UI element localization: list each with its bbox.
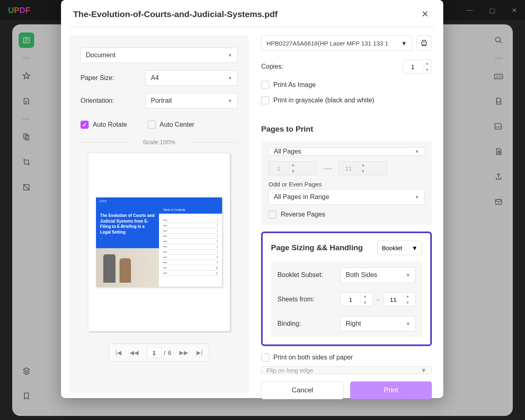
reverse-pages-checkbox[interactable]: Reverse Pages: [268, 210, 425, 219]
printer-value: HPB0227A5A6618(HP Laser MFP 131 133 1: [266, 40, 388, 47]
print-both-sides-checkbox[interactable]: Print on both sides of paper: [261, 353, 432, 362]
dec-button[interactable]: ▼: [361, 299, 369, 306]
checkbox-icon: [81, 121, 89, 129]
sheets-to-input[interactable]: [383, 296, 403, 303]
page-range-value: All Pages: [274, 148, 301, 155]
preview-wrap: UPDF The Evolution of Courts and Judicia…: [81, 153, 237, 385]
range-from-input: [269, 165, 288, 172]
svg-rect-10: [422, 42, 427, 45]
print-as-image-label: Print As Image: [273, 81, 316, 89]
dec-button[interactable]: ▼: [359, 168, 367, 175]
booklet-subset-select[interactable]: Both Sides ▼: [340, 267, 416, 283]
auto-rotate-checkbox[interactable]: Auto Rotate: [81, 121, 127, 129]
inc-button[interactable]: ▲: [359, 162, 367, 168]
last-page-button[interactable]: ▶|: [196, 349, 203, 356]
range-dash: —: [324, 164, 332, 173]
first-page-button[interactable]: |◀: [115, 349, 122, 356]
auto-rotate-label: Auto Rotate: [93, 121, 127, 128]
paper-size-label: Paper Size:: [81, 74, 146, 82]
sheets-from-input[interactable]: [341, 296, 360, 303]
sizing-mode-select[interactable]: Booklet ▼: [377, 240, 422, 255]
checkbox-icon: [261, 96, 269, 104]
caret-icon: ▼: [228, 98, 232, 103]
binding-label: Binding:: [277, 320, 340, 327]
dialog-body: Document ▼ Paper Size: A4 ▼ Orientation:…: [61, 27, 443, 397]
inc-button[interactable]: ▲: [423, 60, 431, 67]
preview-panel: Document ▼ Paper Size: A4 ▼ Orientation:…: [69, 35, 249, 393]
preview-left-page: UPDF The Evolution of Courts and Judicia…: [96, 197, 159, 287]
copies-input[interactable]: [403, 63, 423, 70]
page-sizing-title: Page Sizing && Handling: [271, 243, 363, 252]
preview-right-page: Table of Contents Item1 Item2 Item3 Item…: [159, 197, 222, 287]
sheets-to-spinner[interactable]: ▲▼: [383, 292, 416, 306]
sizing-mode-value: Booklet: [382, 245, 402, 251]
print-mode-value: Document: [86, 52, 115, 59]
checkbox-icon: [261, 81, 269, 89]
copies-label: Copies:: [261, 63, 283, 70]
checkbox-icon: [148, 121, 156, 129]
caret-icon: ▼: [228, 76, 232, 80]
inc-button[interactable]: ▲: [289, 162, 297, 168]
page-input[interactable]: [147, 347, 161, 358]
cancel-button[interactable]: Cancel: [261, 381, 344, 399]
preview-spread: UPDF The Evolution of Courts and Judicia…: [96, 197, 222, 287]
settings-panel: HPB0227A5A6618(HP Laser MFP 131 133 1 ▼ …: [261, 35, 435, 393]
inc-button[interactable]: ▲: [361, 293, 369, 299]
scale-label: Scale:100%: [81, 139, 237, 145]
caret-icon: ▼: [415, 149, 419, 154]
pages-to-print-title: Pages to Print: [261, 125, 432, 134]
range-to-spinner[interactable]: ▲▼: [338, 161, 387, 175]
copies-spinner[interactable]: ▲▼: [403, 60, 432, 74]
dec-button[interactable]: ▼: [403, 299, 412, 306]
flip-value: Flip on long edge: [266, 367, 313, 374]
page-range-select[interactable]: All Pages ▼: [268, 147, 425, 156]
range-tilde: ~: [373, 296, 383, 303]
binding-select[interactable]: Right ▼: [340, 316, 416, 331]
next-page-button[interactable]: ▶▶: [179, 349, 188, 356]
caret-icon: ▼: [412, 245, 418, 251]
print-button[interactable]: Print: [350, 381, 432, 399]
auto-center-checkbox[interactable]: Auto Center: [148, 121, 194, 129]
toc-heading: Table of Contents: [163, 208, 185, 211]
dialog-header: The-Evolution-of-Courts-and-Judicial-Sys…: [61, 0, 443, 27]
paper-size-value: A4: [151, 74, 159, 82]
booklet-subset-value: Both Sides: [346, 271, 377, 279]
caret-icon: ▼: [420, 367, 427, 374]
page-sizing-section: Page Sizing && Handling Booklet ▼ Bookle…: [261, 232, 432, 346]
preview-page: UPDF The Evolution of Courts and Judicia…: [88, 153, 230, 331]
dec-button[interactable]: ▼: [289, 168, 297, 175]
range-from-spinner[interactable]: ▲▼: [268, 161, 317, 175]
sheets-from-spinner[interactable]: ▲▼: [340, 292, 373, 306]
printer-select[interactable]: HPB0227A5A6618(HP Laser MFP 131 133 1 ▼: [261, 35, 412, 51]
booklet-box: Booklet Subset: Both Sides ▼ Sheets from…: [271, 262, 422, 337]
auto-center-label: Auto Center: [160, 121, 194, 128]
caret-icon: ▼: [415, 195, 419, 199]
orientation-value: Portrait: [151, 97, 172, 104]
preview-brand: UPDF: [99, 200, 107, 203]
preview-photo: [96, 248, 159, 287]
paper-size-select[interactable]: A4 ▼: [146, 70, 237, 86]
pages-to-print-box: All Pages ▼ ▲▼ — ▲▼ Odd or Even Pages: [261, 141, 432, 225]
print-as-image-checkbox[interactable]: Print As Image: [261, 81, 432, 89]
caret-icon: ▼: [406, 321, 410, 326]
print-dialog: The-Evolution-of-Courts-and-Judicial-Sys…: [61, 0, 443, 398]
prev-page-button[interactable]: ◀◀: [130, 349, 139, 356]
close-dialog-button[interactable]: ✕: [419, 8, 431, 20]
print-both-sides-label: Print on both sides of paper: [273, 354, 353, 361]
preview-subtitle: —: [100, 237, 155, 240]
dec-button[interactable]: ▼: [423, 67, 431, 73]
printer-settings-button[interactable]: [416, 35, 432, 51]
caret-icon: ▼: [401, 40, 407, 47]
odd-even-label: Odd or Even Pages: [268, 181, 425, 188]
caret-icon: ▼: [406, 273, 410, 277]
print-grayscale-checkbox[interactable]: Print in grayscale (black and white): [261, 96, 432, 104]
inc-button[interactable]: ▲: [403, 293, 412, 299]
printer-icon: [420, 39, 428, 47]
print-mode-select[interactable]: Document ▼: [81, 48, 237, 63]
caret-icon: ▼: [228, 53, 232, 58]
reverse-pages-label: Reverse Pages: [281, 211, 325, 218]
sheets-from-label: Sheets from:: [277, 296, 340, 303]
flip-select[interactable]: Flip on long edge ▼: [261, 366, 432, 374]
orientation-select[interactable]: Portrait ▼: [146, 93, 237, 108]
odd-even-select[interactable]: All Pages in Range ▼: [268, 189, 425, 205]
